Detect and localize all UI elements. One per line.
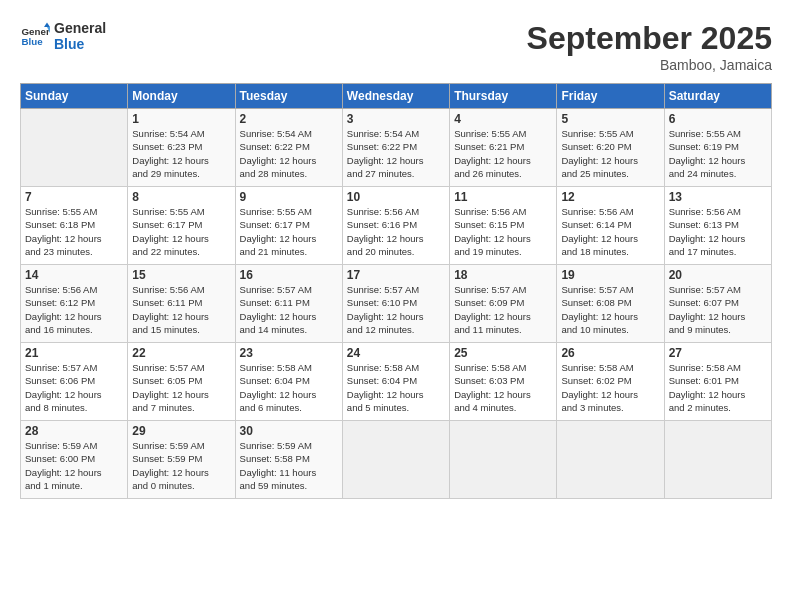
location: Bamboo, Jamaica [527,57,772,73]
month-title: September 2025 [527,20,772,57]
day-info: Sunrise: 5:55 AMSunset: 6:21 PMDaylight:… [454,127,552,180]
calendar-cell: 13Sunrise: 5:56 AMSunset: 6:13 PMDayligh… [664,187,771,265]
day-number: 7 [25,190,123,204]
day-info: Sunrise: 5:57 AMSunset: 6:11 PMDaylight:… [240,283,338,336]
calendar-cell: 30Sunrise: 5:59 AMSunset: 5:58 PMDayligh… [235,421,342,499]
day-info: Sunrise: 5:55 AMSunset: 6:18 PMDaylight:… [25,205,123,258]
day-info: Sunrise: 5:58 AMSunset: 6:02 PMDaylight:… [561,361,659,414]
day-number: 19 [561,268,659,282]
week-row-2: 14Sunrise: 5:56 AMSunset: 6:12 PMDayligh… [21,265,772,343]
day-info: Sunrise: 5:54 AMSunset: 6:23 PMDaylight:… [132,127,230,180]
calendar-cell: 12Sunrise: 5:56 AMSunset: 6:14 PMDayligh… [557,187,664,265]
calendar-cell: 21Sunrise: 5:57 AMSunset: 6:06 PMDayligh… [21,343,128,421]
title-block: September 2025 Bamboo, Jamaica [527,20,772,73]
calendar-cell: 6Sunrise: 5:55 AMSunset: 6:19 PMDaylight… [664,109,771,187]
col-header-monday: Monday [128,84,235,109]
svg-text:General: General [22,26,51,37]
day-number: 27 [669,346,767,360]
day-number: 8 [132,190,230,204]
calendar-cell: 7Sunrise: 5:55 AMSunset: 6:18 PMDaylight… [21,187,128,265]
calendar-cell: 28Sunrise: 5:59 AMSunset: 6:00 PMDayligh… [21,421,128,499]
day-number: 16 [240,268,338,282]
week-row-1: 7Sunrise: 5:55 AMSunset: 6:18 PMDaylight… [21,187,772,265]
day-info: Sunrise: 5:54 AMSunset: 6:22 PMDaylight:… [347,127,445,180]
week-row-3: 21Sunrise: 5:57 AMSunset: 6:06 PMDayligh… [21,343,772,421]
day-info: Sunrise: 5:56 AMSunset: 6:11 PMDaylight:… [132,283,230,336]
day-info: Sunrise: 5:56 AMSunset: 6:16 PMDaylight:… [347,205,445,258]
calendar-cell [342,421,449,499]
calendar-cell: 20Sunrise: 5:57 AMSunset: 6:07 PMDayligh… [664,265,771,343]
day-number: 12 [561,190,659,204]
day-info: Sunrise: 5:55 AMSunset: 6:17 PMDaylight:… [132,205,230,258]
logo-general: General [54,20,106,36]
calendar-cell: 25Sunrise: 5:58 AMSunset: 6:03 PMDayligh… [450,343,557,421]
day-number: 11 [454,190,552,204]
day-number: 14 [25,268,123,282]
day-info: Sunrise: 5:57 AMSunset: 6:10 PMDaylight:… [347,283,445,336]
header: General Blue General Blue September 2025… [20,20,772,73]
logo-blue: Blue [54,36,106,52]
calendar-cell: 9Sunrise: 5:55 AMSunset: 6:17 PMDaylight… [235,187,342,265]
calendar-cell [557,421,664,499]
day-info: Sunrise: 5:56 AMSunset: 6:13 PMDaylight:… [669,205,767,258]
day-number: 28 [25,424,123,438]
calendar-cell: 29Sunrise: 5:59 AMSunset: 5:59 PMDayligh… [128,421,235,499]
calendar-cell: 1Sunrise: 5:54 AMSunset: 6:23 PMDaylight… [128,109,235,187]
day-number: 6 [669,112,767,126]
header-row: SundayMondayTuesdayWednesdayThursdayFrid… [21,84,772,109]
calendar-cell: 26Sunrise: 5:58 AMSunset: 6:02 PMDayligh… [557,343,664,421]
day-number: 25 [454,346,552,360]
calendar-cell: 19Sunrise: 5:57 AMSunset: 6:08 PMDayligh… [557,265,664,343]
calendar-cell: 8Sunrise: 5:55 AMSunset: 6:17 PMDaylight… [128,187,235,265]
day-info: Sunrise: 5:55 AMSunset: 6:19 PMDaylight:… [669,127,767,180]
col-header-saturday: Saturday [664,84,771,109]
col-header-sunday: Sunday [21,84,128,109]
calendar-cell: 4Sunrise: 5:55 AMSunset: 6:21 PMDaylight… [450,109,557,187]
day-number: 22 [132,346,230,360]
day-number: 9 [240,190,338,204]
day-info: Sunrise: 5:57 AMSunset: 6:06 PMDaylight:… [25,361,123,414]
calendar-cell: 23Sunrise: 5:58 AMSunset: 6:04 PMDayligh… [235,343,342,421]
day-number: 21 [25,346,123,360]
calendar-cell: 24Sunrise: 5:58 AMSunset: 6:04 PMDayligh… [342,343,449,421]
calendar-cell: 18Sunrise: 5:57 AMSunset: 6:09 PMDayligh… [450,265,557,343]
day-number: 26 [561,346,659,360]
day-info: Sunrise: 5:58 AMSunset: 6:01 PMDaylight:… [669,361,767,414]
day-number: 3 [347,112,445,126]
day-info: Sunrise: 5:58 AMSunset: 6:04 PMDaylight:… [347,361,445,414]
day-info: Sunrise: 5:54 AMSunset: 6:22 PMDaylight:… [240,127,338,180]
calendar-cell: 15Sunrise: 5:56 AMSunset: 6:11 PMDayligh… [128,265,235,343]
calendar-cell: 27Sunrise: 5:58 AMSunset: 6:01 PMDayligh… [664,343,771,421]
calendar-cell: 17Sunrise: 5:57 AMSunset: 6:10 PMDayligh… [342,265,449,343]
day-info: Sunrise: 5:57 AMSunset: 6:05 PMDaylight:… [132,361,230,414]
day-info: Sunrise: 5:59 AMSunset: 6:00 PMDaylight:… [25,439,123,492]
calendar-cell [21,109,128,187]
day-info: Sunrise: 5:56 AMSunset: 6:12 PMDaylight:… [25,283,123,336]
day-number: 5 [561,112,659,126]
calendar-cell: 10Sunrise: 5:56 AMSunset: 6:16 PMDayligh… [342,187,449,265]
day-number: 13 [669,190,767,204]
day-info: Sunrise: 5:55 AMSunset: 6:20 PMDaylight:… [561,127,659,180]
day-number: 29 [132,424,230,438]
col-header-friday: Friday [557,84,664,109]
calendar-cell: 22Sunrise: 5:57 AMSunset: 6:05 PMDayligh… [128,343,235,421]
day-number: 30 [240,424,338,438]
col-header-tuesday: Tuesday [235,84,342,109]
day-info: Sunrise: 5:55 AMSunset: 6:17 PMDaylight:… [240,205,338,258]
col-header-wednesday: Wednesday [342,84,449,109]
calendar-cell [664,421,771,499]
calendar-cell [450,421,557,499]
day-number: 2 [240,112,338,126]
day-info: Sunrise: 5:57 AMSunset: 6:09 PMDaylight:… [454,283,552,336]
calendar-cell: 5Sunrise: 5:55 AMSunset: 6:20 PMDaylight… [557,109,664,187]
day-info: Sunrise: 5:59 AMSunset: 5:58 PMDaylight:… [240,439,338,492]
day-number: 1 [132,112,230,126]
day-info: Sunrise: 5:57 AMSunset: 6:07 PMDaylight:… [669,283,767,336]
week-row-4: 28Sunrise: 5:59 AMSunset: 6:00 PMDayligh… [21,421,772,499]
day-number: 4 [454,112,552,126]
calendar-cell: 3Sunrise: 5:54 AMSunset: 6:22 PMDaylight… [342,109,449,187]
day-info: Sunrise: 5:58 AMSunset: 6:03 PMDaylight:… [454,361,552,414]
day-number: 23 [240,346,338,360]
day-number: 15 [132,268,230,282]
calendar-cell: 11Sunrise: 5:56 AMSunset: 6:15 PMDayligh… [450,187,557,265]
